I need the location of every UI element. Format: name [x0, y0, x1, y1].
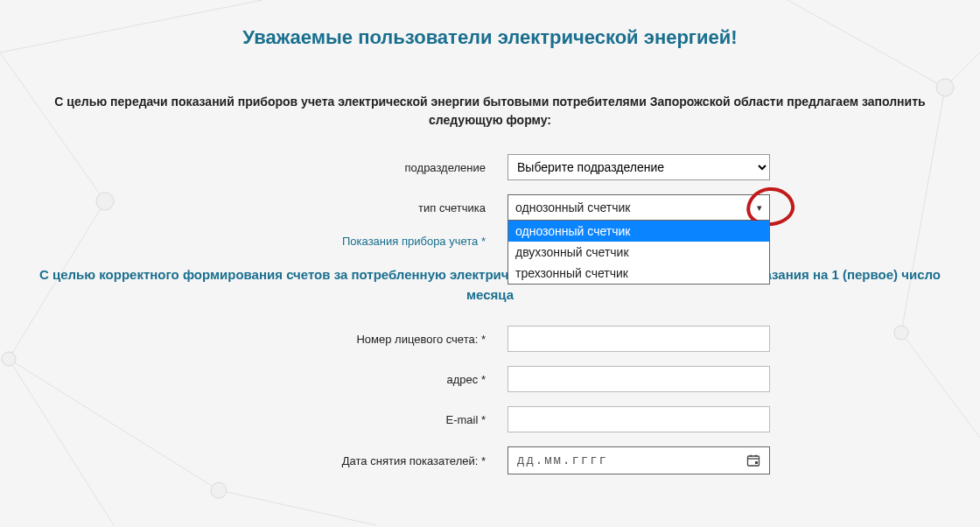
meter-type-option-1[interactable]: однозонный счетчик: [508, 221, 769, 242]
row-meter-type: тип счетчика однозонный счетчик ▾ однозо…: [18, 194, 962, 221]
meter-type-option-2[interactable]: двухзонный счетчик: [508, 242, 769, 263]
label-account: Номер лицевого счета: *: [18, 333, 508, 346]
meter-type-select[interactable]: однозонный счетчик ▾: [508, 194, 770, 221]
notice-text: С целью корректного формирования счетов …: [18, 265, 962, 305]
meter-type-options-list: однозонный счетчик двухзонный счетчик тр…: [508, 221, 770, 285]
row-readings: Показания прибора учета *: [18, 235, 962, 248]
date-placeholder-text: дд.мм.гггг: [517, 453, 608, 467]
meter-form: подразделение Выберите подразделение тип…: [18, 154, 962, 474]
svg-rect-15: [748, 456, 760, 466]
label-meter-type: тип счетчика: [18, 201, 508, 214]
address-input[interactable]: [508, 366, 770, 392]
email-input[interactable]: [508, 406, 770, 432]
page-title: Уважаемые пользователи электрической эне…: [18, 26, 962, 49]
meter-type-selected-text: однозонный счетчик: [515, 200, 630, 214]
meter-type-option-3[interactable]: трехзонный счетчик: [508, 263, 769, 284]
department-select[interactable]: Выберите подразделение: [508, 154, 770, 180]
date-input[interactable]: дд.мм.гггг: [508, 446, 770, 474]
row-date: Дата снятия показателей: * дд.мм.гггг: [18, 446, 962, 474]
chevron-down-icon: ▾: [757, 202, 762, 214]
row-account: Номер лицевого счета: *: [18, 326, 962, 352]
label-address: адрес *: [18, 373, 508, 386]
intro-text: С целью передачи показаний приборов учет…: [18, 93, 962, 130]
label-date: Дата снятия показателей: *: [18, 454, 508, 467]
calendar-icon: [746, 453, 760, 467]
label-readings: Показания прибора учета *: [18, 235, 508, 248]
row-email: E-mail *: [18, 406, 962, 432]
row-address: адрес *: [18, 366, 962, 392]
row-department: подразделение Выберите подразделение: [18, 154, 962, 180]
label-department: подразделение: [18, 161, 508, 174]
label-email: E-mail *: [18, 413, 508, 426]
account-input[interactable]: [508, 326, 770, 352]
svg-rect-19: [755, 461, 758, 464]
